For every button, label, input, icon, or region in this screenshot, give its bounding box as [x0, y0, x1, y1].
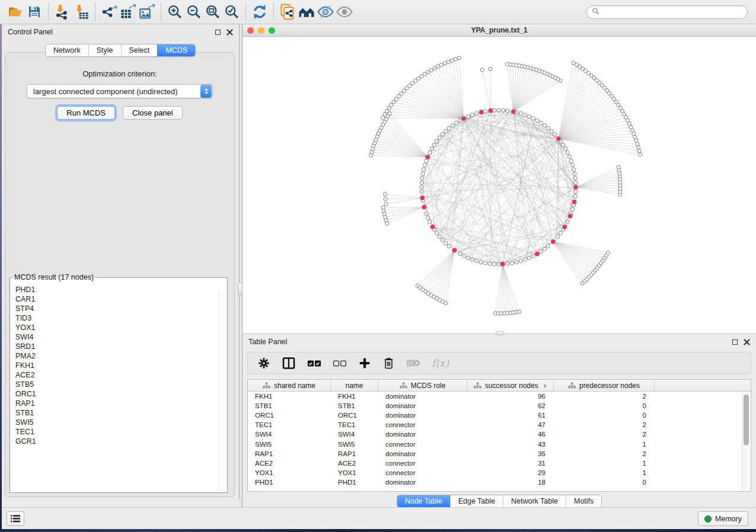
table-row[interactable]: SWI4SWI4dominator462: [248, 430, 751, 439]
table-cell: 2: [554, 421, 655, 428]
mcds-result-item[interactable]: STB5: [15, 380, 227, 389]
mcds-result-item[interactable]: TEC1: [15, 427, 227, 437]
show-all-eye-icon[interactable]: [335, 2, 354, 21]
zoom-fit-icon[interactable]: [203, 2, 222, 21]
column-header-predecessor-nodes[interactable]: predecessor nodes: [554, 380, 655, 391]
close-panel-icon[interactable]: [227, 29, 233, 36]
table-row[interactable]: TEC1TEC1connector472: [248, 420, 751, 430]
table-cell: 46: [467, 431, 554, 438]
export-table-icon[interactable]: [119, 2, 138, 21]
select-all-checkboxes-icon[interactable]: [307, 359, 321, 368]
tab-edge-table[interactable]: Edge Table: [450, 495, 503, 507]
tab-style[interactable]: Style: [88, 44, 121, 56]
import-network-icon[interactable]: [53, 2, 72, 21]
memory-button[interactable]: Memory: [698, 511, 748, 526]
column-header-mcds-role[interactable]: MCDS role: [378, 380, 467, 391]
tab-network[interactable]: Network: [46, 44, 88, 56]
memory-status-icon: [704, 515, 712, 523]
hide-selected-eye-slash-icon[interactable]: [316, 2, 335, 21]
export-image-icon[interactable]: [138, 2, 157, 21]
network-view-titlebar[interactable]: YPA_prune.txt_1: [243, 24, 756, 37]
tab-network-table[interactable]: Network Table: [503, 495, 566, 507]
function-fx-icon: f(x): [432, 357, 449, 369]
table-cell: STB1: [248, 402, 331, 409]
mcds-result-item[interactable]: STP4: [15, 304, 227, 313]
task-history-button[interactable]: [7, 511, 24, 526]
add-row-plus-icon[interactable]: [358, 357, 371, 370]
close-panel-button[interactable]: Close panel: [123, 106, 183, 120]
memory-label: Memory: [715, 515, 742, 523]
table-row[interactable]: RAP1RAP1dominator352: [248, 449, 751, 459]
delete-trash-icon[interactable]: [382, 357, 395, 370]
save-icon[interactable]: [25, 2, 44, 21]
network-graph-canvas[interactable]: [243, 37, 756, 334]
network-title: YPA_prune.txt_1: [243, 26, 756, 34]
zoom-selected-icon[interactable]: [222, 2, 241, 21]
float-panel-icon[interactable]: [732, 339, 738, 345]
deselect-all-checkboxes-icon[interactable]: [333, 359, 347, 368]
mcds-result-item[interactable]: PHD1: [15, 285, 227, 294]
new-network-from-selection-icon[interactable]: [278, 2, 297, 21]
search-field[interactable]: [586, 5, 748, 19]
tab-select[interactable]: Select: [121, 44, 158, 56]
table-row[interactable]: STB1STB1dominator620: [248, 401, 751, 411]
mcds-result-item[interactable]: ORC1: [15, 389, 227, 399]
table-cell: STB1: [331, 402, 378, 409]
mcds-result-item[interactable]: FKH1: [15, 361, 227, 370]
table-cell: connector: [378, 460, 467, 467]
table-cell: FKH1: [331, 393, 378, 400]
scrollbar-thumb[interactable]: [744, 395, 749, 446]
mcds-result-item[interactable]: SWI4: [15, 332, 227, 342]
table-cell: SWI4: [248, 431, 331, 438]
mcds-result-item[interactable]: YOX1: [15, 323, 227, 332]
mcds-list-scrollbar[interactable]: [218, 291, 225, 490]
table-row[interactable]: ORC1ORC1dominator610: [248, 411, 751, 420]
table-cell: YOX1: [331, 469, 378, 476]
mcds-result-item[interactable]: PMA2: [15, 351, 227, 361]
close-panel-icon[interactable]: [744, 339, 750, 345]
zoom-out-icon[interactable]: [184, 2, 203, 21]
table-cell: 29: [467, 469, 554, 476]
table-row[interactable]: SWI5SWI5connector431: [248, 439, 751, 448]
tab-mcds[interactable]: MCDS: [157, 44, 195, 56]
mcds-result-item[interactable]: RAP1: [15, 399, 227, 408]
settings-gear-icon[interactable]: [257, 357, 270, 370]
table-row[interactable]: ACE2ACE2connector311: [248, 459, 751, 468]
node-table[interactable]: shared name name MCDS role successor nod…: [247, 379, 751, 492]
mcds-result-item[interactable]: TID3: [15, 313, 227, 323]
mcds-result-list[interactable]: PHD1CAR1STP4TID3YOX1SWI4SRD1PMA2FKH1ACE2…: [10, 284, 227, 488]
column-header-successor-nodes[interactable]: successor nodes ∨: [467, 380, 554, 391]
tab-motifs[interactable]: Motifs: [566, 495, 601, 507]
column-header-name[interactable]: name: [331, 380, 378, 391]
export-network-icon[interactable]: [100, 2, 119, 21]
run-mcds-button[interactable]: Run MCDS: [57, 106, 115, 120]
network-overview-houses-icon[interactable]: [297, 2, 316, 21]
float-panel-icon[interactable]: [215, 30, 221, 35]
column-layout-icon[interactable]: [282, 356, 296, 370]
delete-table-disabled-icon: [406, 358, 420, 368]
table-cell: ACE2: [331, 460, 378, 467]
table-row[interactable]: YOX1YOX1connector291: [248, 468, 751, 477]
criterion-dropdown[interactable]: largest connected component (undirected): [27, 84, 213, 98]
import-table-icon[interactable]: [72, 2, 91, 21]
mcds-result-item[interactable]: ACE2: [15, 370, 227, 380]
table-cell: 2: [554, 431, 655, 438]
mcds-result-item[interactable]: CAR1: [15, 294, 227, 304]
horizontal-splitter-grip[interactable]: [496, 331, 504, 335]
mcds-node: [479, 110, 484, 114]
table-scrollbar[interactable]: [742, 393, 749, 490]
search-input[interactable]: [602, 8, 742, 16]
tab-node-table[interactable]: Node Table: [397, 495, 450, 507]
mcds-result-item[interactable]: SRD1: [15, 342, 227, 351]
desktop-wallpaper-edge: [0, 24, 2, 529]
mcds-result-item[interactable]: GCR1: [15, 437, 227, 446]
table-row[interactable]: FKH1FKH1dominator962: [248, 392, 751, 401]
zoom-in-icon[interactable]: [165, 2, 184, 21]
table-row[interactable]: PHD1PHD1dominator180: [248, 477, 751, 487]
mcds-result-item[interactable]: STB1: [15, 408, 227, 418]
mcds-node: [551, 239, 556, 244]
refresh-icon[interactable]: [250, 2, 269, 21]
open-folder-icon[interactable]: [6, 2, 25, 21]
mcds-result-item[interactable]: SWI5: [15, 418, 227, 427]
column-header-shared-name[interactable]: shared name: [248, 380, 331, 391]
